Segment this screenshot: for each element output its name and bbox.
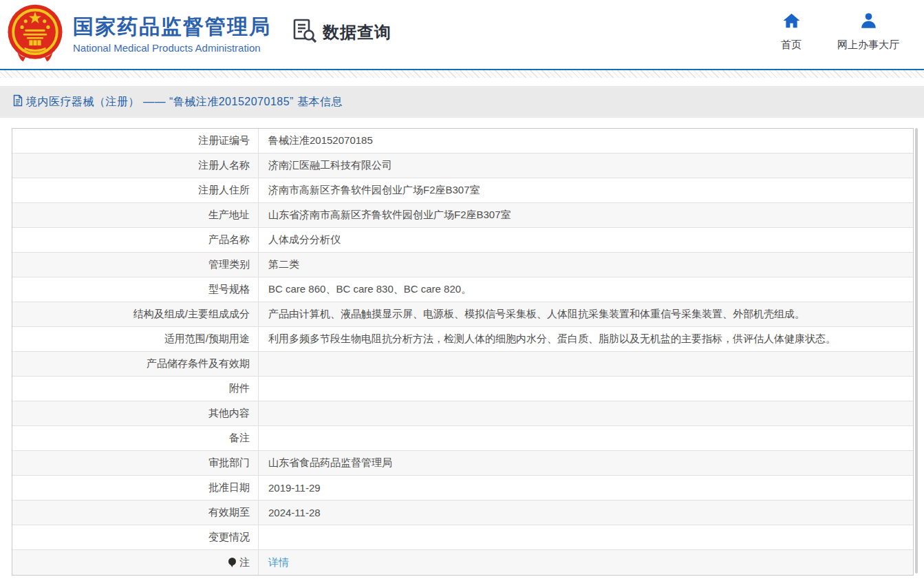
row-label-text: 变更情况 [208,531,250,544]
nav-home[interactable]: 首页 [781,12,802,52]
row-label: 产品名称 [12,228,259,252]
table-row: 注册人名称 济南汇医融工科技有限公司 [12,154,913,178]
row-value: 济南汇医融工科技有限公司 [259,154,913,178]
home-icon [782,12,801,32]
nav-online-service-hall-label: 网上办事大厅 [837,39,899,52]
top-nav: 首页 网上办事大厅 [781,12,899,52]
table-row: 注册人住所 济南市高新区齐鲁软件园创业广场F2座B307室 [12,178,913,203]
row-label-text: 注册人住所 [198,184,250,197]
spacer [0,118,924,128]
table-row: 审批部门 山东省食品药品监督管理局 [12,451,913,476]
row-label: 管理类别 [12,253,259,277]
row-label: 注册证编号 [12,129,259,153]
row-label-text: 管理类别 [208,258,250,271]
row-label: 其他内容 [12,401,259,425]
info-table: 注册证编号 鲁械注准20152070185 注册人名称 济南汇医融工科技有限公司 [12,128,914,576]
row-label-text: 产品名称 [208,233,250,246]
user-icon [859,12,878,32]
row-label: 审批部门 [12,451,259,475]
table-row: 结构及组成/主要组成成分 产品由计算机、液晶触摸显示屏、电源板、模拟信号采集板、… [12,302,913,327]
vertical-scrollbar[interactable] [915,128,918,573]
row-value [259,352,913,376]
row-label: 生产地址 [12,203,259,227]
row-label: 批准日期 [12,476,259,500]
row-label-text: 型号规格 [208,283,250,296]
row-value: BC care 860、BC care 830、BC care 820。 [259,277,913,302]
row-label-text: 其他内容 [208,407,250,420]
row-value: 2024-11-28 [259,501,913,525]
bulb-icon [227,557,237,568]
nav-home-label: 首页 [781,39,802,52]
table-row: 批准日期 2019-11-29 [12,476,913,501]
row-value: 山东省济南市高新区齐鲁软件园创业广场F2座B307室 [259,203,913,227]
row-label: 变更情况 [12,525,259,549]
row-label-text: 产品储存条件及有效期 [147,357,250,370]
row-label-text: 有效期至 [208,506,250,519]
row-label: 有效期至 [12,501,259,525]
table-row: 有效期至 2024-11-28 [12,501,913,525]
row-label-text: 适用范围/预期用途 [164,333,250,346]
national-emblem-icon [6,3,65,65]
table-row: 管理类别 第二类 [12,253,913,277]
row-value [259,525,913,549]
row-value: 第二类 [259,253,913,277]
row-label: 备注 [12,426,259,450]
table-row: 注 详情 [12,550,913,575]
row-label-text: 审批部门 [208,456,250,470]
brand-name-en: National Medical Products Administration [73,42,271,54]
row-label-text: 注册证编号 [198,134,250,147]
table-row: 其他内容 [12,401,913,426]
row-label-text: 批准日期 [208,481,250,494]
row-value: 2019-11-29 [259,476,913,500]
data-query-label: 数据查询 [323,21,391,43]
row-value: 山东省食品药品监督管理局 [259,451,913,475]
data-query-heading: 数据查询 [292,18,391,47]
row-label-text: 附件 [229,382,250,395]
row-value: 鲁械注准20152070185 [259,129,913,153]
page-header: 国家药品监督管理局 National Medical Products Admi… [0,0,924,69]
row-label: 注册人住所 [12,178,259,202]
row-label: 产品储存条件及有效期 [12,352,259,376]
table-row: 附件 [12,377,913,401]
row-value: 详情 [259,550,913,575]
row-label: 型号规格 [12,277,259,302]
spacer [0,78,924,86]
table-row: 注册证编号 鲁械注准20152070185 [12,129,913,154]
row-label: 结构及组成/主要组成成分 [12,302,259,326]
row-label-text: 注册人名称 [198,159,250,172]
page-title: 境内医疗器械（注册） —— “鲁械注准20152070185” 基本信息 [26,95,343,109]
row-value: 济南市高新区齐鲁软件园创业广场F2座B307室 [259,178,913,202]
row-label: 注 [12,550,259,575]
brand-text: 国家药品监督管理局 National Medical Products Admi… [73,15,271,54]
row-label-text: 备注 [229,432,250,445]
brand-name-cn: 国家药品监督管理局 [73,15,271,39]
table-row: 适用范围/预期用途 利用多频多节段生物电阻抗分析方法，检测人体的细胞内水分、蛋白… [12,327,913,352]
document-search-icon [292,18,318,47]
table-row: 变更情况 [12,525,913,550]
nav-online-service-hall[interactable]: 网上办事大厅 [837,12,899,52]
row-label: 附件 [12,377,259,401]
table-row: 产品储存条件及有效期 [12,352,913,377]
row-value: 人体成分分析仪 [259,228,913,252]
table-row: 生产地址 山东省济南市高新区齐鲁软件园创业广场F2座B307室 [12,203,913,228]
row-label-text: 注 [239,556,250,569]
row-value [259,401,913,425]
table-row: 型号规格 BC care 860、BC care 830、BC care 820… [12,277,913,302]
row-label: 适用范围/预期用途 [12,327,259,351]
row-value: 产品由计算机、液晶触摸显示屏、电源板、模拟信号采集板、人体阻抗采集装置和体重信号… [259,302,913,326]
row-value [259,426,913,450]
details-link[interactable]: 详情 [268,556,289,569]
table-row: 备注 [12,426,913,451]
table-row: 产品名称 人体成分分析仪 [12,228,913,253]
row-value: 利用多频多节段生物电阻抗分析方法，检测人体的细胞内水分、蛋白质、脂肪以及无机盐的… [259,327,913,351]
row-label-text: 结构及组成/主要组成成分 [133,308,250,321]
row-value [259,377,913,401]
row-label-text: 生产地址 [208,209,250,222]
section-title-bar: 境内医疗器械（注册） —— “鲁械注准20152070185” 基本信息 [0,86,924,118]
brand-logo[interactable]: 国家药品监督管理局 National Medical Products Admi… [6,3,271,65]
diagonal-stripe-band [0,70,924,78]
row-label: 注册人名称 [12,154,259,178]
page-icon [12,94,23,109]
